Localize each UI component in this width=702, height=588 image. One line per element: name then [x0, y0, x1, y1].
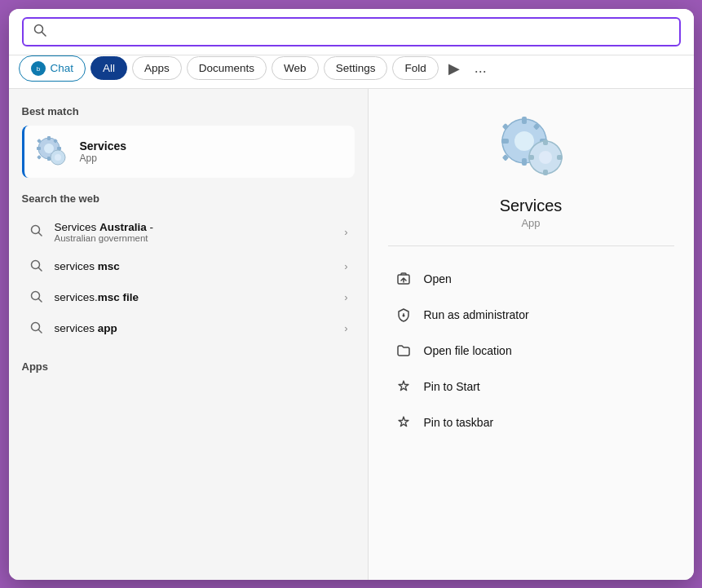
search-icon	[33, 24, 46, 40]
web-result-3-text: services app	[55, 322, 335, 334]
svg-line-21	[38, 298, 42, 302]
search-bar-container: services	[9, 9, 694, 55]
app-preview-type: App	[521, 217, 540, 229]
chevron-icon-2: ›	[344, 291, 347, 303]
web-result-1-text: services msc	[55, 260, 335, 272]
open-icon	[395, 270, 413, 288]
svg-rect-8	[37, 147, 41, 150]
action-run-as-admin-label: Run as administrator	[424, 308, 529, 321]
web-result-3[interactable]: services app ›	[22, 313, 355, 344]
app-preview: Services App	[388, 113, 674, 246]
best-match-item[interactable]: Services App	[22, 126, 355, 178]
svg-rect-42	[403, 313, 404, 316]
tab-settings-label: Settings	[336, 62, 376, 74]
svg-line-17	[38, 232, 42, 236]
pin-taskbar-icon	[395, 413, 413, 431]
svg-line-19	[38, 267, 42, 271]
tab-chat-label: Chat	[51, 62, 74, 74]
svg-text:b: b	[36, 65, 40, 73]
tab-web[interactable]: Web	[272, 56, 319, 80]
tabs-expand-button[interactable]: ▶	[444, 56, 465, 81]
svg-point-15	[55, 154, 61, 161]
web-result-0-sub: Australian government	[55, 233, 335, 243]
web-search-icon-1	[29, 259, 45, 274]
tab-fold-label: Fold	[404, 62, 426, 74]
tab-apps[interactable]: Apps	[132, 56, 182, 80]
web-result-0[interactable]: Services Australia - Australian governme…	[22, 213, 355, 251]
best-match-info: Services App	[80, 139, 127, 164]
app-preview-name: Services	[500, 197, 563, 215]
svg-line-1	[42, 32, 46, 36]
filter-tabs-bar: b Chat All Apps Documents Web Settings F…	[9, 55, 694, 89]
tab-web-label: Web	[284, 62, 307, 74]
best-match-name: Services	[80, 139, 127, 153]
best-match-type: App	[80, 153, 127, 164]
right-panel: Services App Open	[368, 89, 694, 580]
folder-icon	[395, 342, 413, 360]
web-result-0-text: Services Australia - Australian governme…	[55, 221, 335, 243]
chevron-icon-1: ›	[344, 260, 347, 272]
action-list: Open Run as administrator	[388, 263, 674, 439]
svg-rect-6	[47, 136, 51, 140]
tab-all-label: All	[103, 62, 115, 74]
web-search-title: Search the web	[22, 192, 355, 205]
app-preview-icon	[498, 113, 563, 187]
web-results-section: Search the web Services Australia - Aust…	[22, 192, 355, 344]
apps-section-title: Apps	[22, 360, 355, 373]
best-match-title: Best match	[22, 105, 355, 117]
svg-point-5	[44, 144, 54, 153]
web-search-icon-3	[29, 321, 45, 336]
web-result-1[interactable]: services msc ›	[22, 251, 355, 282]
action-pin-to-start-label: Pin to Start	[424, 380, 480, 393]
tab-fold[interactable]: Fold	[392, 56, 438, 80]
tab-chat[interactable]: b Chat	[19, 55, 86, 82]
chat-icon: b	[31, 61, 46, 76]
pin-start-icon	[395, 378, 413, 396]
svg-point-25	[514, 131, 534, 151]
action-pin-to-start[interactable]: Pin to Start	[388, 370, 674, 403]
left-panel: Best match	[9, 89, 368, 580]
web-result-2[interactable]: services.msc file ›	[22, 282, 355, 313]
tabs-more-button[interactable]: ...	[470, 56, 492, 80]
search-window: services b Chat All Apps Documents	[9, 9, 694, 580]
search-input[interactable]: services	[55, 24, 669, 38]
action-open-file-location-label: Open file location	[424, 344, 512, 357]
shield-icon	[395, 306, 413, 324]
svg-rect-27	[522, 158, 527, 166]
svg-rect-9	[57, 147, 61, 150]
action-run-as-admin[interactable]: Run as administrator	[388, 298, 674, 331]
svg-rect-26	[522, 117, 527, 124]
svg-rect-38	[528, 155, 534, 160]
action-open-label: Open	[424, 272, 452, 285]
svg-rect-28	[501, 139, 509, 144]
tab-apps-label: Apps	[144, 62, 170, 74]
tab-documents[interactable]: Documents	[187, 56, 267, 80]
chevron-icon-3: ›	[344, 322, 347, 334]
action-open-file-location[interactable]: Open file location	[388, 334, 674, 367]
main-content: Best match	[9, 89, 694, 580]
web-result-2-text: services.msc file	[55, 291, 335, 303]
tab-settings[interactable]: Settings	[324, 56, 388, 80]
web-search-icon-2	[29, 290, 45, 305]
svg-rect-36	[543, 139, 548, 145]
web-search-icon-0	[29, 224, 45, 239]
services-app-icon	[36, 135, 68, 168]
svg-point-35	[539, 151, 552, 164]
chevron-icon-0: ›	[344, 226, 347, 238]
action-pin-to-taskbar-label: Pin to taskbar	[424, 416, 494, 429]
svg-rect-7	[47, 157, 51, 161]
tab-all[interactable]: All	[91, 56, 127, 80]
svg-rect-37	[543, 170, 548, 175]
tab-documents-label: Documents	[199, 62, 254, 74]
svg-rect-39	[557, 155, 563, 160]
svg-line-23	[38, 329, 42, 333]
search-input-border: services	[22, 17, 681, 46]
action-pin-to-taskbar[interactable]: Pin to taskbar	[388, 406, 674, 439]
action-open[interactable]: Open	[388, 263, 674, 295]
